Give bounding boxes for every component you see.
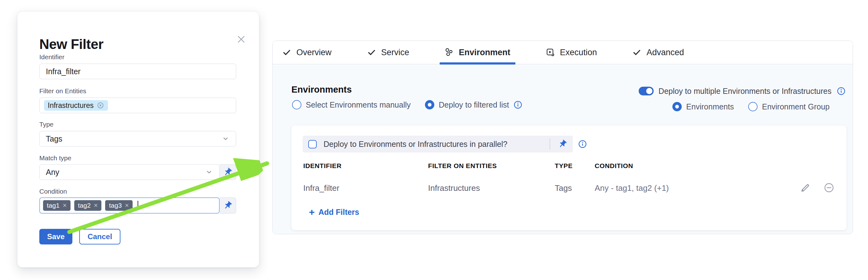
tab-advanced[interactable]: Advanced (632, 41, 684, 64)
pipeline-stage-panel: Overview Service Environment Execution A (272, 40, 853, 234)
check-icon (282, 48, 291, 57)
text-cursor (137, 201, 138, 210)
divider (550, 138, 550, 150)
environments-heading: Environments (291, 84, 352, 95)
identifier-label: Identifier (39, 53, 65, 61)
tag-remove-icon[interactable]: × (94, 202, 98, 209)
pin-icon[interactable] (558, 139, 567, 149)
tag-label: tag1 (47, 202, 60, 209)
match-type-label: Match type (39, 154, 71, 162)
chip-remove-icon[interactable] (97, 102, 104, 109)
new-filter-modal: New Filter Identifier Infra_filter Filte… (17, 11, 259, 268)
cancel-button[interactable]: Cancel (79, 229, 120, 244)
radio-environment-group[interactable] (748, 102, 757, 111)
col-header-type: TYPE (555, 162, 572, 170)
chevron-down-icon (221, 135, 230, 143)
tab-label: Service (381, 48, 409, 57)
close-icon[interactable] (237, 35, 246, 44)
row-identifier: Infra_filter (303, 183, 339, 193)
execution-icon (546, 48, 555, 57)
radio-environment-group-label: Environment Group (762, 102, 830, 111)
tag-remove-icon[interactable]: × (125, 202, 129, 209)
radio-environments-label: Environments (686, 102, 734, 111)
multi-env-toggle-label: Deploy to multiple Environments or Infra… (659, 87, 832, 96)
info-icon[interactable] (513, 100, 523, 109)
col-header-filter-on-entities: FILTER ON ENTITIES (428, 162, 497, 170)
toggle-knob (646, 88, 652, 94)
remove-icon[interactable] (824, 182, 834, 193)
condition-tag: tag2 × (74, 200, 102, 211)
condition-pin-button[interactable] (220, 197, 236, 214)
tab-service[interactable]: Service (367, 41, 409, 64)
tag-remove-icon[interactable]: × (63, 202, 67, 209)
filter-on-entities-label: Filter on Entities (39, 87, 86, 95)
condition-tag: tag3 × (105, 200, 133, 211)
match-type-pin-button[interactable] (220, 164, 236, 180)
entity-chip: Infrastructures (44, 100, 108, 111)
tab-label: Overview (297, 48, 332, 57)
type-label: Type (39, 121, 54, 128)
row-condition: Any - tag1, tag2 (+1) (595, 183, 669, 193)
condition-label: Condition (39, 188, 67, 195)
pin-icon (223, 168, 232, 177)
type-select[interactable]: Tags (39, 131, 236, 146)
parallel-deploy-bar: Deploy to Environments or Infrastructure… (303, 136, 573, 152)
row-filter-on-entities: Infrastructures (428, 183, 480, 193)
radio-environments[interactable] (672, 102, 682, 111)
edit-icon[interactable] (800, 182, 811, 193)
tab-overview[interactable]: Overview (282, 41, 332, 64)
col-header-condition: CONDITION (595, 162, 633, 170)
radio-deploy-filtered-label: Deploy to filtered list (439, 100, 509, 109)
col-header-identifier: IDENTIFIER (303, 162, 342, 170)
filters-card: Deploy to Environments or Infrastructure… (291, 125, 847, 231)
tag-label: tag2 (78, 202, 91, 209)
env-target-radios: Environments Environment Group (672, 102, 830, 111)
condition-tag: tag1 × (43, 200, 70, 211)
environment-icon (444, 48, 454, 57)
check-icon (367, 48, 376, 57)
environment-mode-radios: Select Environments manually Deploy to f… (292, 100, 523, 109)
radio-deploy-filtered[interactable] (425, 100, 434, 109)
match-type-select[interactable]: Any (39, 164, 220, 180)
save-button[interactable]: Save (39, 229, 72, 244)
tab-label: Execution (560, 48, 597, 57)
row-type: Tags (555, 183, 572, 193)
info-icon[interactable] (578, 139, 587, 149)
add-filters-button[interactable]: + Add Filters (309, 207, 359, 217)
multi-env-toggle-row: Deploy to multiple Environments or Infra… (639, 86, 846, 96)
check-icon (632, 48, 642, 57)
plus-icon: + (309, 207, 315, 217)
radio-select-manually-label: Select Environments manually (306, 100, 411, 109)
tag-label: tag3 (109, 202, 122, 209)
tab-label: Advanced (647, 48, 684, 57)
identifier-input[interactable]: Infra_filter (39, 64, 236, 79)
identifier-value: Infra_filter (46, 67, 81, 76)
multi-env-toggle[interactable] (639, 87, 654, 96)
chevron-down-icon (205, 168, 213, 176)
tab-execution[interactable]: Execution (546, 41, 597, 64)
parallel-checkbox-label: Deploy to Environments or Infrastructure… (323, 140, 550, 149)
entity-chip-label: Infrastructures (48, 101, 94, 110)
stage-tabbar: Overview Service Environment Execution A (273, 41, 853, 65)
tab-environment[interactable]: Environment (444, 41, 510, 64)
tab-label: Environment (459, 48, 510, 57)
match-type-value: Any (46, 168, 59, 177)
type-value: Tags (46, 134, 62, 143)
pin-icon (223, 201, 232, 210)
condition-input[interactable]: tag1 × tag2 × tag3 × (39, 197, 220, 214)
radio-select-manually[interactable] (292, 100, 301, 109)
parallel-checkbox[interactable] (308, 140, 317, 148)
info-icon[interactable] (836, 86, 846, 96)
modal-title: New Filter (39, 36, 103, 52)
filter-on-entities-input[interactable]: Infrastructures (39, 98, 236, 113)
add-filters-label: Add Filters (318, 208, 360, 217)
